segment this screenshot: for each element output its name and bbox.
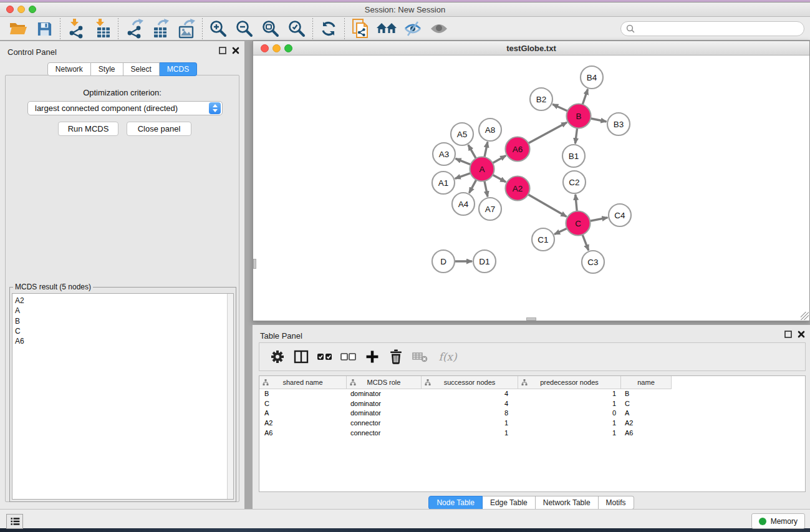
import-network-button[interactable] — [63, 18, 89, 39]
column-header-name[interactable]: name — [621, 376, 672, 389]
search-field[interactable] — [620, 21, 804, 36]
list-item[interactable]: A — [12, 306, 233, 316]
list-item[interactable]: A2 — [12, 296, 233, 306]
network-from-file-button[interactable] — [347, 18, 374, 39]
float-panel-icon[interactable] — [784, 331, 792, 338]
graph-node-C1[interactable]: C1 — [532, 228, 554, 251]
tab-network[interactable]: Network — [47, 62, 91, 76]
hierarchy-icon — [521, 379, 528, 385]
search-icon — [626, 24, 635, 33]
close-panel-icon[interactable] — [232, 47, 239, 54]
search-input[interactable] — [639, 24, 799, 33]
zoom-fit-icon — [261, 19, 280, 38]
graph-node-B[interactable]: B — [567, 104, 591, 128]
graph-node-A3[interactable]: A3 — [433, 143, 455, 165]
zoom-fit-button[interactable] — [258, 18, 284, 39]
graph-node-C2[interactable]: C2 — [563, 171, 586, 193]
run-mcds-button[interactable]: Run MCDS — [58, 122, 118, 136]
tab-select[interactable]: Select — [123, 62, 160, 76]
export-image-button[interactable] — [173, 18, 200, 39]
table-options-button[interactable] — [266, 346, 289, 368]
refresh-button[interactable] — [316, 18, 342, 39]
column-header-shared-name[interactable]: shared name — [259, 376, 347, 389]
column-header-mcds-role[interactable]: MCDS role — [347, 376, 422, 389]
select-all-checkboxes-button[interactable] — [313, 346, 337, 368]
function-builder-button[interactable]: f(x) — [432, 346, 464, 368]
network-window-title-bar[interactable]: testGlobe.txt — [253, 41, 809, 56]
export-network-button[interactable] — [121, 18, 147, 39]
list-item[interactable]: C — [12, 326, 233, 336]
first-neighbors-button[interactable] — [374, 18, 400, 39]
mcds-result-list[interactable]: A2ABCA6 — [12, 293, 234, 500]
network-canvas[interactable]: B4B2BB3A5A8A6A3B1AA1C2A2A4A7C4CC1C3DD1 — [253, 56, 809, 321]
graph-node-A8[interactable]: A8 — [479, 118, 501, 141]
graph-node-C4[interactable]: C4 — [609, 204, 631, 226]
close-panel-button[interactable]: Close panel — [127, 122, 191, 136]
list-item[interactable]: B — [12, 316, 233, 326]
tab-network-table[interactable]: Network Table — [536, 496, 599, 510]
memory-button[interactable]: Memory — [751, 513, 805, 529]
mcds-result-title: MCDS result (5 nodes) — [13, 283, 93, 291]
window-resize-grip[interactable] — [801, 312, 809, 320]
zoom-in-button[interactable] — [205, 18, 231, 39]
delete-table-button[interactable] — [408, 346, 432, 368]
trash-icon — [387, 348, 405, 365]
table-row[interactable]: Adominator80A — [259, 409, 805, 418]
graph-node-A5[interactable]: A5 — [451, 123, 473, 145]
import-table-icon — [93, 19, 112, 39]
graph-node-A[interactable]: A — [470, 157, 494, 181]
hierarchy-icon — [425, 379, 431, 385]
tab-motifs[interactable]: Motifs — [599, 496, 634, 510]
horizontal-scrollbar-thumb[interactable] — [526, 317, 536, 321]
delete-columns-button[interactable] — [384, 346, 408, 368]
list-item[interactable]: A6 — [12, 336, 233, 346]
show-column-button[interactable] — [289, 346, 313, 368]
graph-node-B1[interactable]: B1 — [562, 145, 585, 167]
table-row[interactable]: Bdominator41B — [259, 389, 805, 399]
graph-node-B2[interactable]: B2 — [530, 88, 552, 110]
hide-selected-button[interactable] — [400, 18, 426, 39]
table-row[interactable]: Cdominator41C — [259, 399, 805, 409]
float-panel-icon[interactable] — [219, 47, 226, 54]
list-scrollbar[interactable] — [227, 294, 233, 499]
graph-node-C[interactable]: C — [566, 211, 591, 236]
graph-node-B4[interactable]: B4 — [581, 66, 603, 89]
task-history-button[interactable] — [6, 514, 23, 529]
graph-node-A1[interactable]: A1 — [432, 172, 455, 194]
graph-node-B3[interactable]: B3 — [607, 113, 630, 135]
tab-node-table[interactable]: Node Table — [428, 496, 483, 510]
graph-node-A7[interactable]: A7 — [479, 198, 501, 220]
table-header-row: shared nameMCDS rolesuccessor nodesprede… — [259, 376, 805, 389]
graph-node-A4[interactable]: A4 — [452, 193, 475, 215]
export-table-button[interactable] — [147, 18, 173, 39]
graph-node-D1[interactable]: D1 — [473, 250, 496, 273]
close-panel-icon[interactable] — [798, 331, 805, 338]
save-session-button[interactable] — [31, 18, 57, 39]
graph-node-A2[interactable]: A2 — [506, 177, 530, 201]
column-header-successor-nodes[interactable]: successor nodes — [422, 376, 518, 389]
show-all-button[interactable] — [426, 18, 452, 39]
main-toolbar — [0, 17, 810, 41]
table-row[interactable]: A2connector11A2 — [259, 418, 805, 428]
column-header-predecessor-nodes[interactable]: predecessor nodes — [518, 376, 621, 389]
create-column-button[interactable] — [360, 346, 384, 368]
tab-edge-table[interactable]: Edge Table — [483, 496, 536, 510]
import-table-button[interactable] — [89, 18, 115, 39]
control-panel-title: Control Panel — [7, 47, 57, 57]
open-file-button[interactable] — [5, 18, 31, 39]
column-header-label: name — [637, 379, 655, 386]
zoom-selected-button[interactable] — [284, 18, 310, 39]
tab-mcds[interactable]: MCDS — [160, 62, 197, 76]
export-network-icon — [125, 19, 143, 39]
graph-node-D[interactable]: D — [432, 250, 455, 273]
graph-node-label: C3 — [587, 258, 598, 267]
criterion-dropdown[interactable]: largest connected component (directed) — [27, 101, 223, 115]
graph-node-A6[interactable]: A6 — [506, 137, 530, 162]
table-row[interactable]: A6connector11A6 — [259, 428, 805, 438]
deselect-all-checkboxes-button[interactable] — [337, 346, 360, 368]
tab-style[interactable]: Style — [91, 62, 123, 76]
graph-node-label: A6 — [513, 145, 523, 154]
graph-node-C3[interactable]: C3 — [582, 251, 604, 273]
vertical-scrollbar-thumb[interactable] — [253, 259, 256, 269]
zoom-out-button[interactable] — [231, 18, 258, 39]
